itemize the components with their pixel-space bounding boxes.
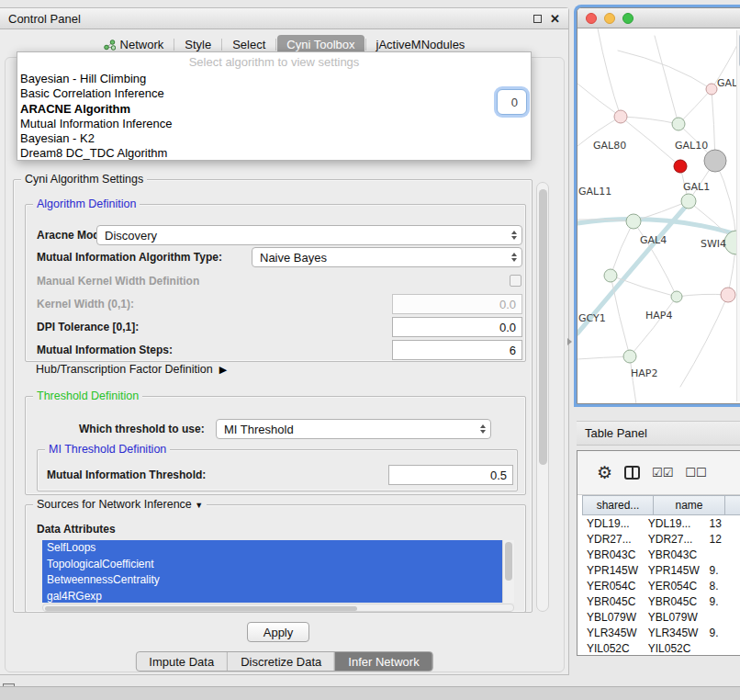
graph-node-label: GAL10 [675,140,708,152]
dpi-tolerance-input[interactable]: 0.0 [392,317,522,337]
clear-all-checkboxes-icon[interactable]: ☐☐ [685,467,706,479]
table-cell: YBR043C [582,548,644,561]
mi-threshold-definition-title: MI Threshold Definition [45,443,170,456]
graph-node[interactable] [671,291,682,302]
float-window-icon[interactable] [533,15,542,23]
control-panel-window: Control Panel ✕ NetworkStyleSelectCyni T… [0,7,569,675]
algorithm-option-basic-correlation-inference[interactable]: Basic Correlation Inference [17,86,531,101]
settings-vertical-scrollbar[interactable] [536,182,549,612]
table-row[interactable]: YBR045CYBR045C9. [582,593,740,609]
attribute-item-selfloops[interactable]: SelfLoops [42,540,502,557]
algorithm-option-mutual-information-inference[interactable]: Mutual Information Inference [17,117,531,131]
algorithm-option-aracne-algorithm[interactable]: ARACNE Algorithm [17,102,531,117]
graph-node[interactable] [614,110,627,123]
attribute-list-vscrollbar[interactable] [502,540,514,603]
table-row[interactable]: YBR043CYBR043C [582,547,740,562]
graph-node[interactable] [721,288,735,302]
attribute-item-topologicalcoefficient[interactable]: TopologicalCoefficient [42,557,502,573]
apply-button[interactable]: Apply [247,622,309,642]
select-all-checkboxes-icon[interactable]: ☑☑ [652,467,673,479]
attribute-list[interactable]: SelfLoopsTopologicalCoefficientBetweenne… [42,540,514,603]
table-toolbar: ⚙ ☑☑ ☐☐ [577,451,740,495]
table-panel-titlebar[interactable]: Table Panel [577,421,740,446]
table-row[interactable]: YBL079WYBL079W [582,609,740,625]
table-cell: YBL079W [582,611,644,624]
graph-node[interactable] [674,160,687,173]
column-header-1[interactable]: shared... [582,495,654,515]
close-icon[interactable]: ✕ [550,13,560,25]
column-header-2[interactable]: name [654,495,725,515]
minimize-button[interactable] [604,13,615,24]
scrollbar-thumb[interactable] [505,542,512,581]
window-buttons: ✕ [533,13,560,25]
table-cell: YDR27... [644,533,705,546]
table-cell: YBR045C [582,595,644,608]
mi-threshold-definition-group: MI Threshold Definition Mutual Informati… [37,449,518,491]
scrollbar-thumb[interactable] [45,606,357,611]
algorithm-definition-group: Algorithm Definition Aracne Mode: Discov… [25,204,526,362]
attribute-list-hscrollbar[interactable] [42,604,514,612]
network-canvas[interactable]: GALGAL80GAL10GAL11GAL1SWI4GAL4GCY1HAP4HA… [577,28,740,403]
table-cell: YLR345W [644,627,705,639]
algorithm-option-bayesian-k2[interactable]: Bayesian - K2 [17,131,531,146]
algorithm-dropdown-popup: Select algorithm to view settings Bayesi… [17,51,532,161]
sources-title[interactable]: Sources for Network Inference ▼ [33,498,207,511]
algorithm-option-bayesian-hill-climbing[interactable]: Bayesian - Hill Climbing [17,72,531,86]
graph-node[interactable] [706,84,717,95]
mi-steps-label: Mutual Information Steps: [37,344,173,356]
scrollbar-thumb[interactable] [539,189,547,465]
graph-edge [611,221,633,276]
zoom-button[interactable] [622,13,633,24]
combo-arrows-icon [506,253,521,262]
graph-node[interactable] [623,350,636,363]
graph-node-label: GAL80 [593,140,626,152]
tab-label: Style [185,38,211,51]
table-row[interactable]: YDL19...YDL19...13 [582,515,740,531]
close-button[interactable] [586,13,597,24]
table-cell: YIL052C [644,642,705,655]
table-row[interactable]: YDR27...YDR27...12 [582,531,740,547]
bottom-tab-discretize-data[interactable]: Discretize Data [227,652,334,671]
kernel-width-input[interactable]: 0.0 [392,294,522,314]
graph-node[interactable] [626,214,641,229]
attribute-item-betweennesscentrality[interactable]: BetweennessCentrality [42,572,502,589]
graph-edge [598,28,621,117]
control-panel-titlebar[interactable]: Control Panel ✕ [0,8,568,29]
graph-node[interactable] [672,118,685,130]
column-header-3[interactable] [725,495,740,515]
table-cell: YPR145W [644,564,705,577]
graph-node[interactable] [604,269,617,282]
manual-kernel-checkbox[interactable] [510,275,521,287]
table-row[interactable]: YIL052CYIL052C [582,640,740,655]
threshold-definition-group: Threshold Definition Which threshold to … [25,396,526,495]
which-threshold-select[interactable]: MI Threshold [216,419,491,439]
settings-group-title: Cyni Algorithm Settings [21,173,147,186]
table-row[interactable]: YPR145WYPR145W9. [582,562,740,578]
algorithm-option-dream8-dc-tdc-algorithm[interactable]: Dream8 DC_TDC Algorithm [17,146,531,161]
table-cell: 9. [704,595,740,608]
hub-definition-section[interactable]: Hub/Transcription Factor Definition ▶ [36,363,227,376]
gear-icon[interactable]: ⚙ [597,464,612,481]
table-cell: YPR145W [582,564,644,577]
splitter-handle-icon[interactable] [567,338,572,345]
graph-edge [621,117,678,124]
background-spinner-field[interactable]: 0 [497,89,527,115]
graph-node[interactable] [681,194,696,209]
graph-edge [680,295,728,387]
graph-node[interactable] [704,150,726,172]
attribute-item-gal4rgexp[interactable]: gal4RGexp [42,589,502,604]
bottom-tab-infer-network[interactable]: Infer Network [334,652,432,671]
mi-steps-input[interactable]: 6 [392,340,522,360]
network-window-titlebar[interactable] [577,8,740,28]
table-row[interactable]: YLR345WYLR345W9. [582,625,740,640]
tab-label: Select [232,38,265,51]
network-vertical-scrollbar[interactable] [736,30,740,401]
table-row[interactable]: YER054CYER054C8. [582,578,740,593]
dpi-tolerance-label: DPI Tolerance [0,1]: [37,321,139,333]
mi-type-select[interactable]: Naive Bayes [252,247,522,267]
mi-threshold-input[interactable]: 0.5 [388,465,513,485]
columns-icon[interactable] [624,466,640,480]
bottom-tab-impute-data[interactable]: Impute Data [136,652,227,671]
tab-separator [174,39,174,51]
aracne-mode-select[interactable]: Discovery [96,225,522,245]
